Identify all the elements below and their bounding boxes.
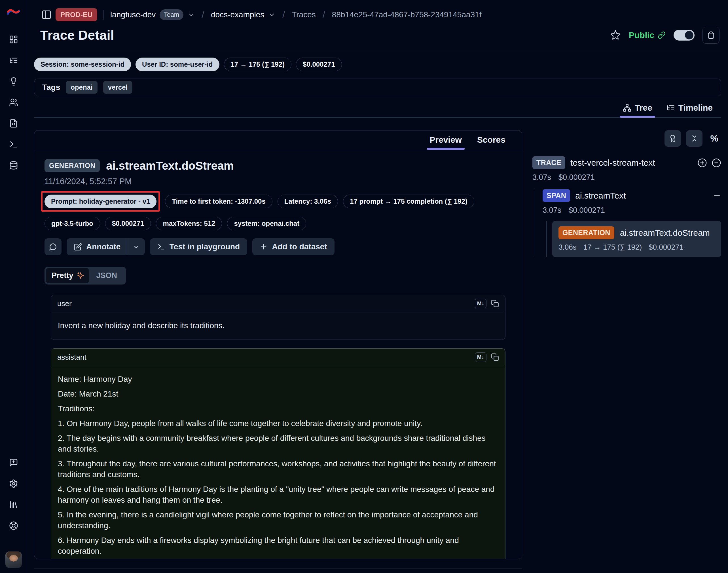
annotate-dropdown-button[interactable] [127, 238, 145, 255]
generation-type-badge: GENERATION [558, 226, 614, 239]
breadcrumb-separator [323, 10, 325, 20]
prompt-badge[interactable]: Prompt: holiday-generator - v1 [45, 195, 157, 208]
breadcrumb: PROD-EU langfuse-dev Team docs-examples … [34, 8, 721, 21]
users-icon [9, 98, 18, 107]
user-id-badge[interactable]: User ID: some-user-id [135, 58, 219, 71]
page-header: Trace Detail Public [34, 21, 721, 51]
observation-title: ai.streamText.doStream [106, 159, 234, 172]
chevron-down-icon[interactable] [268, 11, 276, 18]
tab-tree-label: Tree [635, 103, 652, 113]
plus-circle-icon [697, 158, 707, 168]
format-pretty-button[interactable]: Pretty [46, 268, 89, 283]
breadcrumb-section[interactable]: Traces [292, 10, 316, 19]
expand-all-button[interactable] [697, 158, 707, 168]
model-badge: gpt-3.5-turbo [45, 217, 100, 230]
observation-tabs: Preview Scores [34, 131, 522, 150]
message-plus-icon [9, 458, 18, 467]
tags-label: Tags [42, 83, 60, 92]
bookmark-button[interactable] [610, 30, 621, 41]
langfuse-logo[interactable] [7, 6, 20, 19]
sidebar-item-database[interactable] [9, 161, 18, 170]
scores-toggle-button[interactable] [665, 130, 681, 147]
panel-left-icon [41, 10, 52, 20]
delete-trace-button[interactable] [703, 27, 720, 44]
public-label: Public [629, 30, 654, 40]
sidebar-item-playground[interactable] [9, 140, 18, 149]
trace-cost: $0.000271 [558, 173, 595, 182]
minus-circle-icon [712, 158, 721, 168]
tab-scores[interactable]: Scores [477, 131, 506, 150]
collapse-all-button[interactable] [686, 130, 703, 147]
user-avatar[interactable] [5, 552, 22, 568]
annotate-label: Annotate [86, 242, 120, 251]
terminal-icon [157, 243, 165, 251]
annotate-button[interactable]: Annotate [67, 238, 127, 255]
sidebar-item-users[interactable] [9, 98, 18, 107]
test-in-playground-button[interactable]: Test in playground [150, 238, 247, 255]
observation-timestamp: 11/16/2024, 5:52:57 PM [45, 177, 512, 186]
sidebar-item-library[interactable] [9, 500, 18, 510]
add-to-dataset-button[interactable]: Add to dataset [252, 238, 334, 255]
breadcrumb-org[interactable]: langfuse-dev [110, 10, 156, 19]
award-icon [669, 135, 677, 142]
format-json-button[interactable]: JSON [89, 268, 125, 283]
tree-node-span[interactable]: SPAN ai.streamText [543, 189, 721, 202]
trace-name: test-vercel-stream-text [570, 158, 655, 168]
sidebar-item-datasets[interactable] [9, 118, 18, 128]
chevron-down-icon[interactable] [187, 11, 195, 18]
database-icon [9, 161, 18, 170]
tree-node-generation-selected[interactable]: GENERATION ai.streamText.doStream 3.06s … [552, 221, 721, 257]
token-breakdown-badge: 17 prompt → 175 completion (∑ 192) [343, 195, 474, 208]
time-to-first-token-badge: Time to first token: -1307.00s [165, 195, 272, 208]
message-list: user M↓ Invent a new holiday and describ… [51, 295, 505, 559]
sidebar-item-tracing[interactable] [9, 56, 18, 65]
sidebar-item-settings[interactable] [9, 479, 18, 488]
observation-badges-row-1: Prompt: holiday-generator - v1 Time to f… [45, 191, 512, 212]
copy-button[interactable] [491, 353, 499, 361]
trash-icon [707, 31, 715, 39]
generation-name: ai.streamText.doStream [620, 228, 710, 238]
observation-actions: Annotate Test in playground Add to data [45, 238, 512, 255]
collapse-node-button[interactable] [712, 158, 721, 168]
page-title: Trace Detail [40, 28, 114, 43]
tab-preview[interactable]: Preview [429, 131, 462, 150]
public-link: Public [629, 30, 666, 40]
tag-item[interactable]: vercel [103, 81, 132, 94]
list-tree-icon [9, 56, 18, 65]
toggle-knob [685, 31, 693, 40]
public-toggle[interactable] [674, 30, 694, 41]
link-icon[interactable] [658, 31, 666, 39]
tag-item[interactable]: openai [66, 81, 97, 94]
markdown-toggle-icon[interactable]: M↓ [475, 352, 487, 362]
sidebar-item-support[interactable] [9, 521, 18, 530]
gear-icon [9, 479, 18, 488]
observation-type-badge: GENERATION [45, 159, 100, 172]
span-metrics: 3.07s $0.000271 [543, 206, 721, 215]
tab-tree[interactable]: Tree [622, 100, 653, 117]
sidebar-item-prompts[interactable] [9, 76, 18, 86]
tree-node-trace[interactable]: TRACE test-vercel-stream-text [533, 156, 721, 169]
copy-icon [491, 300, 499, 308]
tab-timeline[interactable]: Timeline [666, 100, 713, 117]
pencil-square-icon [74, 243, 82, 251]
sidebar-item-dashboard[interactable] [9, 35, 18, 44]
breadcrumb-project[interactable]: docs-examples [211, 10, 264, 19]
cost-badge: $0.000271 [105, 217, 151, 230]
assistant-paragraph: Name: Harmony Day [58, 374, 498, 385]
max-tokens-badge: maxTokens: 512 [156, 217, 222, 230]
copy-button[interactable] [491, 300, 499, 308]
main-area: PROD-EU langfuse-dev Team docs-examples … [27, 0, 728, 573]
comment-button[interactable] [45, 238, 61, 255]
span-cost: $0.000271 [569, 206, 605, 215]
collapse-span-button[interactable] [713, 192, 721, 200]
percent-toggle-button[interactable]: % [708, 133, 721, 144]
environment-badge[interactable]: PROD-EU [56, 8, 97, 21]
file-code-icon [9, 119, 18, 128]
session-badge[interactable]: Session: some-session-id [34, 58, 131, 71]
observation-body: GENERATION ai.streamText.doStream 11/16/… [34, 150, 522, 559]
sidebar-item-feedback[interactable] [9, 458, 18, 467]
message-role: assistant [57, 353, 87, 362]
markdown-toggle-icon[interactable]: M↓ [475, 299, 487, 308]
trace-tree-panel: % TRACE test-vercel-stream-text 3.07s $0… [533, 130, 721, 573]
sidebar-toggle-button[interactable] [41, 10, 52, 20]
